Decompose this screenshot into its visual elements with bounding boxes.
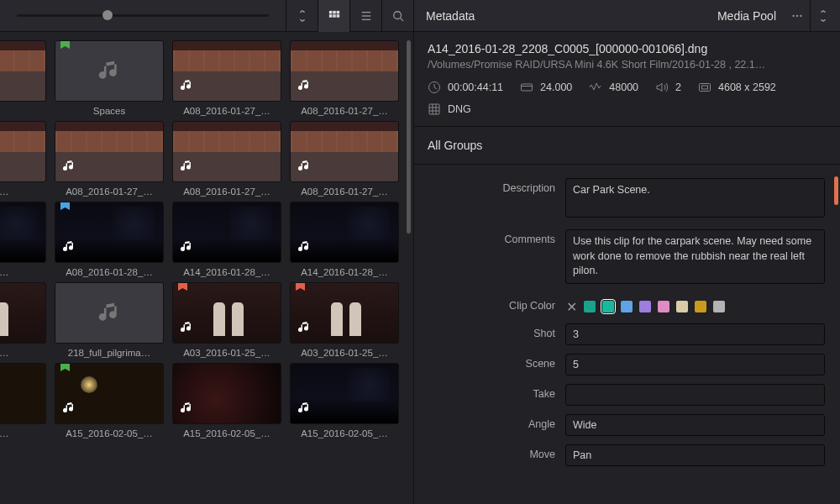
color-swatch[interactable]	[713, 301, 725, 312]
clip-item[interactable]: 1-28_…	[0, 202, 50, 277]
shot-input[interactable]	[565, 323, 825, 345]
color-swatch[interactable]	[695, 301, 706, 312]
svg-rect-15	[522, 84, 533, 91]
clip-label: 218_full_pilgrima…	[55, 348, 164, 358]
color-swatch[interactable]	[658, 301, 669, 312]
audio-indicator-icon	[297, 160, 311, 176]
comments-label: Comments	[414, 229, 565, 245]
svg-line-10	[400, 18, 403, 21]
clip-label: A08_2016-01-27_…	[55, 186, 164, 197]
clip-label: Spaces	[55, 106, 164, 116]
grid-view-button[interactable]	[318, 0, 349, 32]
clip-thumbnail[interactable]	[290, 121, 399, 182]
clip-thumbnail[interactable]	[0, 202, 46, 263]
clip-thumbnail[interactable]	[172, 282, 281, 344]
clip-item[interactable]: A15_2016-02-05_…	[168, 363, 286, 438]
audio-indicator-icon	[297, 321, 311, 338]
thumbnail-grid: ssSpacesA08_2016-01-27_…A08_2016-01-27_……	[0, 32, 413, 504]
clip-thumbnail[interactable]	[55, 121, 164, 182]
description-input[interactable]	[565, 178, 825, 218]
clip-item[interactable]: A08_2016-01-27_…	[168, 121, 286, 197]
clip-item[interactable]: A03_2016-01-25_…	[286, 282, 403, 358]
clip-label: A15_2016-02-05_…	[290, 428, 399, 438]
clear-color-button[interactable]: ✕	[565, 299, 577, 315]
clip-item[interactable]: Spaces	[50, 40, 168, 116]
flag-icon	[60, 40, 70, 55]
audio-indicator-icon	[180, 402, 193, 418]
clip-label: A03_2016-01-25_…	[172, 348, 281, 358]
clip-item[interactable]: A14_2016-01-28_…	[168, 202, 286, 277]
clip-label: A08_2016-01-27_…	[290, 106, 399, 116]
clip-thumbnail[interactable]	[0, 121, 46, 182]
audio-indicator-icon	[297, 240, 311, 257]
color-swatch[interactable]	[639, 301, 651, 312]
sort-updown-icon[interactable]	[286, 0, 318, 32]
clip-thumbnail[interactable]	[55, 363, 164, 424]
angle-input[interactable]	[565, 414, 825, 436]
clip-item[interactable]: A14_2016-01-28_…	[286, 202, 403, 277]
form-scrollbar[interactable]	[834, 176, 838, 205]
clip-thumbnail[interactable]	[290, 202, 399, 263]
expand-updown-icon[interactable]	[810, 0, 835, 32]
clip-label: A08_2016-01-28_…	[55, 267, 164, 277]
clip-item[interactable]: A15_2016-02-05_…	[286, 363, 403, 438]
clip-thumbnail[interactable]	[0, 282, 46, 344]
clip-item[interactable]: 2-05_…	[0, 363, 50, 438]
move-input[interactable]	[565, 444, 825, 466]
audio-channels-icon	[655, 81, 669, 94]
thumbnail-size-slider[interactable]	[17, 14, 269, 17]
timecode-icon	[428, 81, 441, 94]
list-view-button[interactable]	[349, 0, 381, 32]
media-pool-label: Media Pool	[717, 9, 776, 23]
take-input[interactable]	[565, 384, 825, 406]
svg-rect-3	[328, 14, 332, 18]
clip-thumbnail[interactable]	[172, 202, 281, 263]
color-swatch[interactable]	[676, 301, 688, 312]
clip-item[interactable]: A08_2016-01-27_…	[168, 40, 286, 116]
clipcolor-label: Clip Color	[414, 296, 565, 312]
groups-header[interactable]: All Groups	[414, 127, 840, 165]
clip-item[interactable]: 218_full_pilgrima…	[50, 282, 168, 358]
scene-label: Scene	[414, 354, 565, 370]
clip-item[interactable]: A03_2016-01-25_…	[168, 282, 286, 358]
clip-thumbnail[interactable]	[172, 363, 281, 424]
clip-item[interactable]: ss	[0, 40, 50, 116]
audio-indicator-icon	[62, 160, 76, 176]
clip-thumbnail[interactable]	[55, 40, 164, 102]
clip-thumbnail[interactable]	[0, 40, 46, 102]
clip-thumbnail[interactable]	[0, 363, 46, 424]
clip-item[interactable]: 1-27_…	[0, 121, 50, 197]
audio-indicator-icon	[62, 240, 76, 257]
clip-thumbnail[interactable]	[55, 202, 164, 263]
clip-thumbnail[interactable]	[55, 282, 164, 344]
description-label: Description	[414, 178, 565, 194]
comments-input[interactable]	[565, 229, 825, 284]
clip-item[interactable]: A08_2016-01-27_…	[50, 121, 168, 197]
channels: 2	[675, 81, 681, 93]
svg-rect-5	[336, 14, 339, 18]
clip-thumbnail[interactable]	[172, 121, 281, 182]
svg-rect-18	[702, 86, 708, 89]
clip-thumbnail[interactable]	[290, 282, 399, 344]
clip-item[interactable]: 1-28_…	[0, 282, 50, 358]
more-options-icon[interactable]	[785, 0, 810, 32]
clip-label: A08_2016-01-27_…	[172, 186, 281, 197]
clip-thumbnail[interactable]	[290, 40, 399, 102]
clip-item[interactable]: A08_2016-01-27_…	[286, 40, 403, 116]
color-swatch[interactable]	[602, 301, 614, 312]
audio-indicator-icon	[180, 79, 193, 96]
clip-item[interactable]: A08_2016-01-27_…	[286, 121, 403, 197]
scrollbar-thumb[interactable]	[407, 40, 411, 234]
search-button[interactable]	[381, 0, 413, 32]
color-swatch[interactable]	[621, 301, 633, 312]
clip-item[interactable]: A08_2016-01-28_…	[50, 202, 168, 277]
clip-info: A14_2016-01-28_2208_C0005_[000000-001066…	[414, 32, 840, 127]
clip-thumbnail[interactable]	[290, 363, 399, 424]
clip-thumbnail[interactable]	[172, 40, 281, 102]
scene-input[interactable]	[565, 354, 825, 375]
metadata-form: Description Comments Clip Color✕ Shot Sc…	[414, 165, 840, 504]
take-label: Take	[414, 384, 565, 400]
color-swatch[interactable]	[584, 301, 596, 312]
clip-item[interactable]: A15_2016-02-05_…	[50, 363, 168, 438]
audio-indicator-icon	[297, 402, 311, 418]
